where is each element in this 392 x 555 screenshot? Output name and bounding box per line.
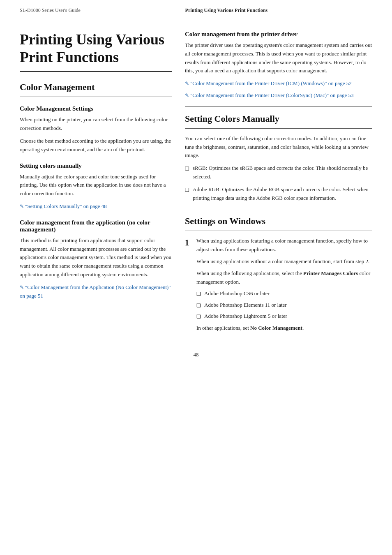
color-mgmt-driver-link2[interactable]: "Color Management from the Printer Drive… xyxy=(185,91,372,100)
color-mgmt-driver-link1[interactable]: "Color Management from the Printer Drive… xyxy=(185,79,372,88)
step1-para3-prefix: When using the following applications, s… xyxy=(196,270,303,276)
step1-para1: When using applications featuring a colo… xyxy=(196,237,372,254)
step1-para2: When using applications without a color … xyxy=(196,257,372,266)
step1-para4-bold: No Color Management xyxy=(250,325,302,331)
step1-para3-bold: Printer Manages Colors xyxy=(303,270,358,276)
setting-colors-manually-para1: Manually adjust the color space and colo… xyxy=(20,173,172,198)
color-management-settings-heading: Color Management Settings xyxy=(20,105,172,112)
setting-colors-manually-heading: Setting colors manually xyxy=(20,162,172,169)
color-mgmt-app-heading: Color management from the application (n… xyxy=(20,219,172,233)
color-management-settings-para1: When printing on the printer, you can se… xyxy=(20,116,172,133)
step1-number: 1 xyxy=(185,237,191,248)
main-title: Printing Using Various Print Functions xyxy=(20,31,172,72)
content-area: Printing Using Various Print Functions C… xyxy=(0,18,392,342)
setting-colors-bullets: sRGB: Optimizes the sRGB space and corre… xyxy=(185,164,372,202)
header-center: Printing Using Various Print Functions xyxy=(81,7,372,14)
page-header: SL-D1000 Series User's Guide Printing Us… xyxy=(0,0,392,18)
sub-bullet-photoshop-cs6: Adobe Photoshop CS6 or later xyxy=(196,289,372,298)
color-mgmt-driver-para1: The printer driver uses the operating sy… xyxy=(185,41,372,75)
step1-content: When using applications featuring a colo… xyxy=(196,237,372,335)
page: SL-D1000 Series User's Guide Printing Us… xyxy=(0,0,392,555)
step1-para4-prefix: In other applications, set xyxy=(196,325,250,331)
settings-windows-heading: Settings on Windows xyxy=(185,216,372,231)
setting-colors-manually-right-para1: You can select one of the following colo… xyxy=(185,134,372,160)
header-left: SL-D1000 Series User's Guide xyxy=(20,7,81,14)
step1-para3: When using the following applications, s… xyxy=(196,269,372,287)
page-footer: 48 xyxy=(0,342,392,365)
color-management-settings-para2: Choose the best method according to the … xyxy=(20,137,172,154)
bullet-srgb: sRGB: Optimizes the sRGB space and corre… xyxy=(185,164,372,181)
color-mgmt-app-link[interactable]: "Color Management from the Application (… xyxy=(20,283,172,301)
right-top-section: Color management from the printer driver… xyxy=(185,31,372,100)
bullet-adobe-rgb: Adobe RGB: Optimizes the Adobe RGB space… xyxy=(185,185,372,203)
step1-para4-suffix: . xyxy=(302,325,304,331)
divider xyxy=(185,106,372,107)
step1-para4: In other applications, set No Color Mana… xyxy=(196,324,372,333)
color-management-title: Color Management xyxy=(20,82,172,97)
setting-colors-manually-link[interactable]: "Setting Colors Manually" on page 48 xyxy=(20,202,172,211)
right-column: Color management from the printer driver… xyxy=(185,18,372,342)
sub-bullet-photoshop-elements: Adobe Photoshop Elements 11 or later xyxy=(196,301,372,310)
step1-container: 1 When using applications featuring a co… xyxy=(185,237,372,335)
sub-bullet-photoshop-lightroom: Adobe Photoshop Lightroom 5 or later xyxy=(196,312,372,321)
divider2 xyxy=(185,209,372,209)
step1-sub-bullets: Adobe Photoshop CS6 or later Adobe Photo… xyxy=(196,289,372,321)
setting-colors-manually-right-heading: Setting Colors Manually xyxy=(185,113,372,129)
color-mgmt-driver-heading: Color management from the printer driver xyxy=(185,31,372,38)
left-column: Printing Using Various Print Functions C… xyxy=(20,18,172,342)
page-number: 48 xyxy=(194,352,199,358)
color-mgmt-app-para1: This method is for printing from applica… xyxy=(20,236,172,279)
